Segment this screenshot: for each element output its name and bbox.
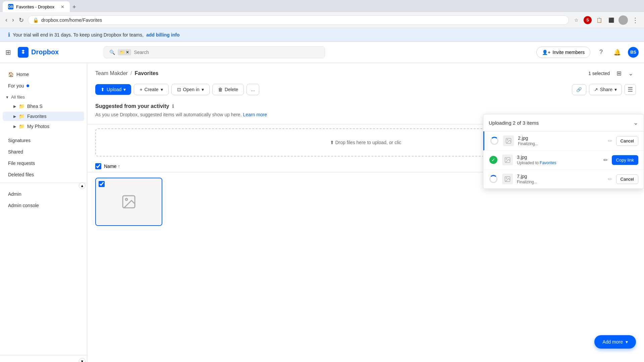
- back-btn[interactable]: ‹: [4, 15, 9, 25]
- sidebar-scroll-down[interactable]: ▼: [79, 358, 86, 362]
- bhea-s-label: Bhea S: [27, 104, 43, 109]
- folder-expand-chevron-photos: ▶: [13, 124, 16, 129]
- upload-item-3: 7.jpg Finalizing... ✏ Cancel: [483, 170, 644, 189]
- home-icon: 🏠: [8, 72, 14, 77]
- apps-grid-icon[interactable]: ⊞: [5, 48, 11, 56]
- open-in-btn[interactable]: ⊡ Open in ▾: [171, 84, 210, 95]
- create-btn[interactable]: + Create ▾: [134, 84, 168, 95]
- sidebar-item-signatures[interactable]: Signatures: [3, 135, 84, 146]
- forward-btn[interactable]: ›: [11, 15, 15, 25]
- suggested-info-icon[interactable]: ℹ: [172, 104, 174, 109]
- select-all-checkbox[interactable]: [95, 163, 101, 169]
- upload-cancel-btn-1[interactable]: Cancel: [616, 136, 638, 146]
- upload-destination-link[interactable]: Favorites: [540, 161, 556, 165]
- search-input[interactable]: [134, 50, 319, 55]
- new-tab-btn[interactable]: +: [70, 2, 79, 12]
- view-toggle: ⊞ ⌄: [614, 68, 636, 78]
- upload-status-2: Uploaded to Favorites: [517, 161, 598, 165]
- help-icon[interactable]: ?: [596, 47, 606, 58]
- upload-rename-btn-1[interactable]: ✏: [606, 136, 613, 146]
- folder-icon-bhea: 📁: [19, 104, 24, 109]
- my-photos-label: My Photos: [27, 124, 49, 129]
- sidebar-scroll-up[interactable]: ▲: [79, 182, 86, 189]
- folder-icon-photos: 📁: [19, 124, 24, 129]
- name-column-header[interactable]: Name ↑: [104, 164, 120, 169]
- sidebar-item-shared[interactable]: Shared: [3, 146, 84, 157]
- header-actions: 👤+ Invite members ? 🔔 BS: [536, 47, 639, 58]
- suggested-title: Suggested from your activity: [95, 103, 169, 109]
- sidebar-item-home[interactable]: 🏠 Home: [3, 69, 84, 80]
- upload-cancel-btn-3[interactable]: Cancel: [616, 174, 638, 184]
- upload-btn[interactable]: ⬆ Upload ▾: [95, 84, 131, 95]
- search-icon: 🔍: [109, 50, 115, 55]
- user-account-icon[interactable]: [619, 15, 628, 25]
- search-bar: 🔍 📁 ✕: [104, 46, 325, 58]
- file-thumb-3: [502, 174, 513, 184]
- sidebar-item-favorites[interactable]: ▶ 📁 Favorites: [3, 112, 84, 121]
- svg-point-7: [506, 178, 507, 179]
- sidebar-item-admin-console[interactable]: Admin console: [3, 200, 84, 211]
- trial-info-icon: ℹ: [8, 32, 10, 38]
- svg-point-1: [125, 198, 127, 200]
- trial-link[interactable]: add billing info: [146, 32, 180, 38]
- breadcrumb-parent[interactable]: Team Makder: [95, 70, 128, 76]
- sidebar-item-for-you[interactable]: For you: [3, 80, 84, 91]
- sidebar-section-all-files[interactable]: ▼ All files: [0, 92, 87, 101]
- add-more-btn[interactable]: Add more ▾: [594, 335, 636, 349]
- browser-chrome: ‹ › ↻ 🔒 dropbox.com/home/Favorites ☆ S 📋…: [0, 12, 644, 28]
- share-arrow-icon: ↗: [594, 87, 598, 92]
- app-body: ▲ 🏠 Home For you ▼ All files ▶ 📁 Bhea S …: [0, 63, 644, 362]
- upload-item-1: 2.jpg Finalizing... ✏ Cancel: [483, 131, 644, 150]
- upload-panel-title: Uploading 2 of 3 items: [489, 120, 539, 126]
- sidebar-item-my-photos[interactable]: ▶ 📁 My Photos: [3, 122, 84, 131]
- folder-filter-icon[interactable]: 📁 ✕: [118, 49, 131, 55]
- upload-status-3: Finalizing...: [517, 180, 602, 184]
- upload-file-info-3: 7.jpg Finalizing...: [517, 174, 602, 184]
- copy-link-icon-btn[interactable]: 🔗: [572, 84, 586, 95]
- upload-rename-btn-2[interactable]: ✏: [602, 155, 609, 165]
- notifications-icon[interactable]: 🔔: [612, 47, 623, 58]
- view-chevron-btn[interactable]: ⌄: [626, 68, 636, 78]
- admin-label: Admin: [8, 191, 21, 197]
- deleted-files-label: Deleted files: [8, 172, 34, 177]
- create-dropdown-icon: ▾: [161, 87, 163, 92]
- sidebar-footer: ▼ Privacy and legal: [0, 355, 87, 362]
- grid-view-btn[interactable]: ⊞: [614, 68, 624, 78]
- learn-more-link[interactable]: Learn more: [243, 112, 267, 117]
- delete-btn[interactable]: 🗑 Delete: [212, 84, 244, 95]
- folder-icon-favorites: 📁: [19, 114, 24, 119]
- sidebar-item-deleted-files[interactable]: Deleted files: [3, 169, 84, 180]
- invite-members-btn[interactable]: 👤+ Invite members: [536, 47, 590, 58]
- file-checkbox[interactable]: [99, 181, 105, 187]
- details-panel-btn[interactable]: ☰: [625, 84, 636, 95]
- browser-menu-icon[interactable]: ⋮: [631, 15, 640, 25]
- main-header-bar: Team Makder / Favorites 1 selected ⊞ ⌄: [87, 63, 644, 81]
- tab-title: Favorites - Dropbox: [16, 4, 54, 9]
- addon2-icon[interactable]: 📋: [594, 15, 604, 25]
- bookmark-icon[interactable]: ☆: [572, 15, 581, 25]
- breadcrumb: Team Makder / Favorites: [95, 70, 159, 76]
- addon3-icon[interactable]: ⬛: [606, 15, 616, 25]
- addon1-icon[interactable]: S: [584, 16, 592, 24]
- selected-count: 1 selected: [588, 71, 610, 76]
- more-options-btn[interactable]: ...: [247, 84, 259, 95]
- address-bar[interactable]: dropbox.com/home/Favorites: [41, 17, 564, 23]
- file-card[interactable]: [95, 178, 162, 226]
- upload-copy-link-btn[interactable]: Copy link: [612, 155, 638, 165]
- reload-btn[interactable]: ↻: [17, 15, 25, 25]
- sidebar-item-privacy[interactable]: Privacy and legal: [3, 359, 84, 362]
- file-requests-label: File requests: [8, 161, 35, 166]
- shared-label: Shared: [8, 149, 23, 155]
- svg-point-3: [507, 139, 508, 140]
- avatar[interactable]: BS: [628, 47, 639, 58]
- sidebar-item-file-requests[interactable]: File requests: [3, 158, 84, 169]
- tab-close-btn[interactable]: ✕: [61, 4, 64, 9]
- sidebar-item-bhea-s[interactable]: ▶ 📁 Bhea S: [3, 102, 84, 111]
- selection-info: 1 selected ⊞ ⌄: [588, 68, 636, 78]
- upload-rename-btn-3[interactable]: ✏: [606, 174, 613, 184]
- share-btn[interactable]: ↗ Share ▾: [589, 84, 622, 95]
- upload-file-info-1: 2.jpg Finalizing...: [518, 135, 602, 146]
- upload-collapse-btn[interactable]: ⌄: [633, 119, 638, 126]
- browser-tab[interactable]: DB Favorites - Dropbox ✕: [3, 1, 70, 12]
- sidebar-item-admin[interactable]: Admin: [3, 189, 84, 199]
